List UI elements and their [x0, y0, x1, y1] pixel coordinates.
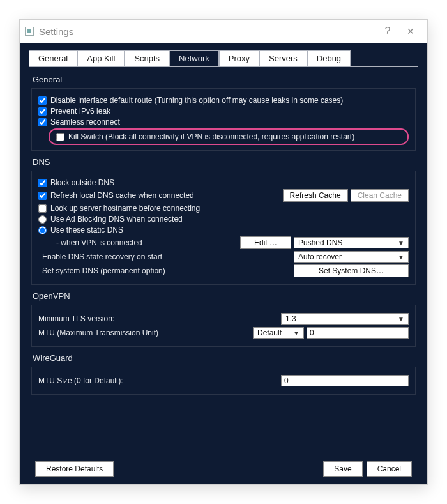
- refresh-dns-label: Refresh local DNS cache when connected: [50, 191, 194, 200]
- group-wireguard: MTU Size (0 for Default):: [31, 367, 416, 395]
- chevron-down-icon: ▼: [398, 254, 404, 261]
- ipv6-checkbox[interactable]: [38, 107, 47, 116]
- section-title-wireguard: WireGuard: [33, 353, 418, 363]
- window-title: Settings: [39, 26, 73, 37]
- static-dns-label: Use these static DNS: [50, 225, 123, 234]
- refresh-cache-button[interactable]: Refresh Cache: [283, 189, 348, 202]
- tab-network[interactable]: Network: [169, 50, 219, 66]
- chevron-down-icon: ▼: [293, 330, 299, 337]
- disable-route-label: Disable interface default route (Turning…: [50, 96, 343, 105]
- group-openvpn: Minimum TLS version: 1.3 ▼ MTU (Maximum …: [31, 305, 416, 347]
- openvpn-mtu-label: MTU (Maximum Transmission Unit): [38, 328, 158, 337]
- clean-cache-button[interactable]: Clean Cache: [351, 189, 409, 202]
- wireguard-mtu-label: MTU Size (0 for Default):: [38, 376, 123, 385]
- pushed-dns-select[interactable]: Pushed DNS ▼: [294, 237, 409, 248]
- killswitch-label: Kill Switch (Block all connectivity if V…: [68, 132, 354, 141]
- app-icon: [25, 27, 34, 36]
- tab-scripts[interactable]: Scripts: [125, 50, 169, 66]
- seamless-label: Seamless reconnect: [50, 118, 120, 126]
- block-dns-label: Block outside DNS: [50, 178, 114, 187]
- section-title-general: General: [33, 75, 418, 84]
- adblock-radio[interactable]: [38, 215, 47, 224]
- killswitch-checkbox[interactable]: [56, 133, 64, 141]
- client-area: GeneralApp KillScriptsNetworkProxyServer…: [20, 43, 427, 484]
- openvpn-mtu-input[interactable]: [307, 327, 409, 339]
- restore-defaults-button[interactable]: Restore Defaults: [35, 461, 114, 477]
- edit-dns-button[interactable]: Edit …: [240, 236, 291, 249]
- openvpn-mtu-select-value: Default: [257, 328, 282, 337]
- tls-version-label: Minimum TLS version:: [38, 314, 114, 323]
- tab-debug[interactable]: Debug: [307, 50, 351, 66]
- seamless-checkbox[interactable]: [38, 118, 47, 126]
- save-button[interactable]: Save: [323, 461, 362, 477]
- help-button[interactable]: ?: [376, 26, 399, 37]
- when-connected-label: - when VPN is connected: [42, 238, 142, 247]
- refresh-dns-checkbox[interactable]: [38, 192, 47, 200]
- group-dns: Block outside DNS Refresh local DNS cach…: [31, 171, 416, 285]
- section-title-dns: DNS: [33, 157, 418, 167]
- tab-servers[interactable]: Servers: [259, 50, 307, 66]
- tab-general[interactable]: General: [29, 50, 77, 66]
- dns-recovery-value: Auto recover: [298, 252, 342, 261]
- killswitch-highlight: Kill Switch (Block all connectivity if V…: [49, 128, 409, 145]
- disable-route-checkbox[interactable]: [38, 96, 47, 105]
- section-title-openvpn: OpenVPN: [33, 291, 418, 301]
- chevron-down-icon: ▼: [398, 240, 404, 247]
- adblock-label: Use Ad Blocking DNS when connected: [50, 215, 183, 224]
- close-button[interactable]: ✕: [399, 26, 422, 36]
- scroll-area: General Disable interface default route …: [29, 70, 418, 457]
- dns-recovery-select[interactable]: Auto recover ▼: [294, 251, 409, 263]
- set-system-dns-button[interactable]: Set System DNS…: [294, 264, 409, 277]
- settings-window: Settings ? ✕ GeneralApp KillScriptsNetwo…: [19, 19, 428, 485]
- openvpn-mtu-select[interactable]: Default ▼: [253, 327, 304, 339]
- tls-version-value: 1.3: [285, 314, 296, 323]
- titlebar: Settings ? ✕: [20, 20, 427, 43]
- tabs-bar: GeneralApp KillScriptsNetworkProxyServer…: [29, 50, 418, 66]
- dns-recovery-label: Enable DNS state recovery on start: [42, 252, 162, 261]
- tab-proxy[interactable]: Proxy: [219, 50, 259, 66]
- ipv6-label: Prevent IPv6 leak: [50, 107, 110, 116]
- lookup-hostname-checkbox[interactable]: [38, 204, 47, 213]
- chevron-down-icon: ▼: [398, 316, 404, 323]
- set-system-dns-label: Set system DNS (permanent option): [42, 266, 165, 275]
- lookup-hostname-label: Look up server hostname before connectin…: [50, 204, 200, 213]
- tls-version-select[interactable]: 1.3 ▼: [281, 313, 409, 325]
- group-general: Disable interface default route (Turning…: [31, 88, 416, 151]
- tab-app-kill[interactable]: App Kill: [77, 50, 125, 66]
- pushed-dns-value: Pushed DNS: [298, 238, 342, 247]
- wireguard-mtu-input[interactable]: [281, 375, 409, 386]
- footer: Restore Defaults Save Cancel: [29, 457, 418, 477]
- block-dns-checkbox[interactable]: [38, 179, 47, 187]
- cancel-button[interactable]: Cancel: [367, 461, 412, 477]
- static-dns-radio[interactable]: [38, 226, 47, 234]
